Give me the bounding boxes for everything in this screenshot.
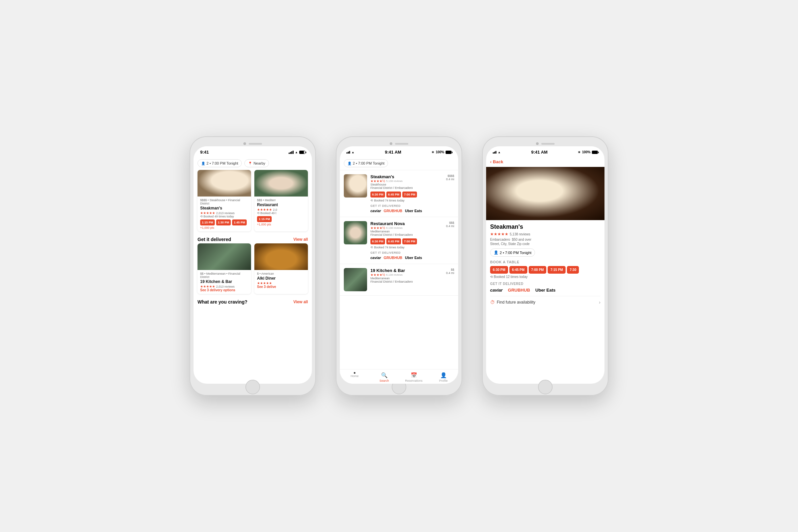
time-slots-1: 1:15 PM 1:30 PM 1:45 PM — [200, 220, 248, 225]
wifi-icon-2: ▲ — [352, 151, 355, 154]
row-slots-2: 6:30 PM 6:45 PM 7:00 PM — [370, 239, 454, 244]
bottom-nav: Home 🔍 Search 📅 Reservations 👤 Profile — [340, 369, 458, 384]
nav-profile[interactable]: 👤 Profile — [429, 372, 458, 382]
front-camera-3 — [536, 142, 539, 145]
restaurant-row-2[interactable]: Restaurant Nova ★★★★½ 6,138 reviews Medi… — [340, 217, 458, 264]
location-filter[interactable]: 📍 Nearby — [244, 159, 269, 167]
delivery-services-3: caviar GRUBHUB Uber Eats — [490, 288, 601, 292]
card-name-1: Steakman's — [200, 206, 248, 210]
battery-icon-2 — [445, 151, 452, 154]
status-bar-2: ▲ 9:41 AM ✳ 100% — [340, 146, 458, 157]
home-bar-2 — [340, 384, 458, 392]
reservations-icon: 📅 — [411, 372, 417, 378]
time-slots-2: 1:15 PM — [257, 216, 305, 222]
p2-filter-bar: 👤 2 • 7:00 PM Tonight — [340, 157, 458, 170]
featured-card-1[interactable]: $$$$ • Steakhouse • Financial District S… — [197, 170, 251, 231]
bt-icon-3: ✳ — [578, 151, 581, 154]
time-1: 9:41 — [200, 150, 209, 155]
restaurant-row-3[interactable]: 19 Kitchen & Bar ★★★★½ 6,138 reviews Med… — [340, 264, 458, 296]
speaker — [249, 143, 262, 145]
delivery-card-2[interactable]: $ • American Alki Diner ★★★★★ See 3 deli… — [254, 243, 308, 294]
scene: 9:41 ▲ 👤 2 • 7 — [0, 0, 798, 532]
phone-1: 9:41 ▲ 👤 2 • 7 — [190, 136, 316, 396]
chevron-right-icon: › — [599, 300, 601, 305]
speaker-3 — [541, 143, 555, 145]
row-slots-1: 6:30 PM 6:45 PM 7:00 PM — [370, 191, 454, 197]
back-chevron-icon: ‹ — [490, 159, 491, 164]
wifi-icon: ▲ — [295, 151, 298, 154]
signal-icon — [289, 151, 293, 154]
signal-icon-2 — [346, 151, 350, 154]
profile-icon: 👤 — [440, 372, 447, 378]
delivery-cards: $$ • Mediterranean • Financial District … — [193, 243, 312, 297]
front-camera — [243, 142, 246, 145]
nav-search[interactable]: 🔍 Search — [369, 372, 399, 382]
card-meta-1: $$$$ • Steakhouse • Financial District — [200, 198, 248, 205]
home-icon — [354, 372, 356, 374]
status-bar-1: 9:41 ▲ — [193, 146, 312, 157]
party-selector[interactable]: 👤 2 • 7:00 PM Tonight — [490, 248, 535, 257]
ubereats-logo: Uber Eats — [535, 288, 556, 292]
delivery-label-3: GET IT DELIVERED — [490, 282, 601, 286]
clock-icon: ⏱ — [490, 300, 495, 305]
restaurant-hero-image — [486, 167, 605, 220]
nav-reservations[interactable]: 📅 Reservations — [399, 372, 429, 382]
book-table-label: BOOK A TABLE — [490, 260, 601, 264]
restaurant-address: Street, City, State Zip code — [490, 242, 601, 246]
delivery-services-2: caviar GRUBHUB Uber Eats — [370, 256, 454, 260]
home-bar-3 — [486, 384, 605, 392]
phone-3: ▲ 9:41 AM ✳ 100% ‹ Back — [482, 136, 608, 396]
party-filter[interactable]: 👤 2 • 7:00 PM Tonight — [197, 159, 242, 167]
front-camera-2 — [390, 142, 392, 145]
battery-pct: 100% — [436, 150, 444, 154]
rating-row: ★★★★★ 5,138 reviews — [490, 232, 601, 236]
wifi-icon-3: ▲ — [498, 151, 501, 154]
speaker-2 — [395, 143, 408, 145]
restaurant-location: Embarcadero $50 and over — [490, 238, 601, 241]
back-button[interactable]: ‹ Back — [486, 157, 605, 167]
row-name-3: 19 Kitchen & Bar — [370, 268, 413, 273]
signal-icon-3 — [493, 151, 496, 154]
nav-home[interactable]: Home — [340, 372, 369, 382]
home-bar-1 — [193, 384, 312, 392]
time-2: 9:41 AM — [385, 150, 401, 155]
featured-card-2[interactable]: $$$ • Mediterr Restaurant ★★★★★ 2,0 ⟲Boo… — [254, 170, 308, 231]
delivery-services-1: caviar GRUBHUB Uber Eats — [370, 209, 454, 213]
filter-bar: 👤 2 • 7:00 PM Tonight 📍 Nearby — [193, 157, 312, 170]
delivery-section-header: Get it delivered View all — [193, 234, 312, 243]
restaurant-name: Steakman's — [490, 224, 601, 230]
battery-pct-3: 100% — [582, 150, 590, 154]
battery-icon-3 — [592, 151, 598, 154]
card-name-2: Restaurant — [257, 203, 305, 207]
card-meta-2: $$$ • Mediterr — [257, 198, 305, 202]
restaurant-list: Steakman's ★★★★½ 5,138 reviews Steakhous… — [340, 170, 458, 369]
booked-2: ⟲Booked 49 t — [257, 211, 305, 215]
p2-party-filter[interactable]: 👤 2 • 7:00 PM Tonight — [344, 159, 388, 167]
time-3: 9:41 AM — [531, 150, 547, 155]
party-icon: 👤 — [494, 250, 498, 255]
booked-1: ⟲Booked 49 times today — [200, 215, 248, 218]
status-bar-3: ▲ 9:41 AM ✳ 100% — [486, 146, 605, 157]
row-name-1: Steakman's — [370, 174, 413, 179]
craving-header: What are you craving? View all — [193, 297, 312, 306]
booked-count: ⟲Booked 12 times today — [490, 275, 601, 279]
future-availability[interactable]: ⏱ Find future availability › — [490, 296, 601, 308]
restaurant-row-1[interactable]: Steakman's ★★★★½ 5,138 reviews Steakhous… — [340, 170, 458, 217]
delivery-card-1[interactable]: $$ • Mediterranean • Financial District … — [197, 243, 251, 294]
battery-icon — [299, 151, 305, 154]
phone-2: ▲ 9:41 AM ✳ 100% 👤 2 • 7:00 PM To — [336, 136, 462, 396]
booking-slots: 6:30 PM 6:45 PM 7:00 PM 7:15 PM 7:30 — [490, 266, 601, 274]
grubhub-logo: GRUBHUB — [508, 288, 530, 292]
featured-cards: $$$$ • Steakhouse • Financial District S… — [193, 170, 312, 234]
row-name-2: Restaurant Nova — [370, 221, 413, 226]
caviar-logo: caviar — [490, 288, 503, 292]
bt-icon: ✳ — [432, 151, 434, 154]
restaurant-detail: Steakman's ★★★★★ 5,138 reviews Embarcade… — [486, 220, 605, 384]
search-icon: 🔍 — [381, 372, 388, 378]
